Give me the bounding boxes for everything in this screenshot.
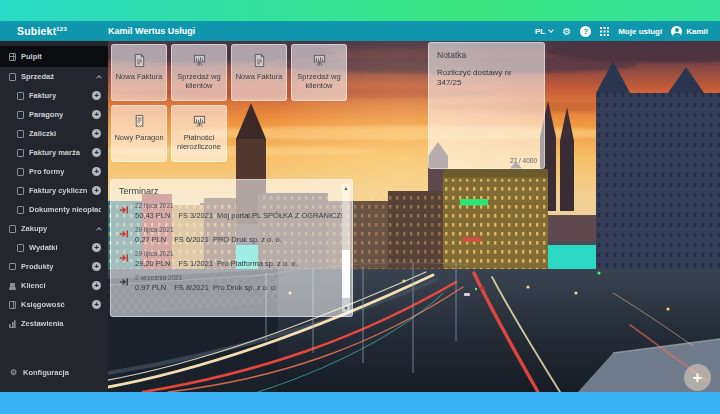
settings-gear-icon[interactable]: ⚙ (562, 26, 571, 37)
payment-arrow-icon (119, 277, 129, 287)
panel-title: Notatka (437, 50, 536, 60)
payment-arrow-icon (119, 229, 129, 239)
terminarz-entry[interactable]: 2 września 2021 0,97 PLNFS 8/2021Pro Dru… (119, 274, 338, 292)
entry-description: PRO Druk sp. z o. o. (213, 235, 282, 244)
entry-date: 29 lipca 2021 (135, 226, 343, 233)
plus-icon[interactable]: + (92, 91, 101, 100)
gear-icon: ⚙ (9, 368, 18, 377)
entry-doc-number: FS 1/2021 (178, 259, 213, 268)
sidebar-item-label: Dokumenty nieopłacone (29, 205, 101, 214)
entry-date: 22 lipca 2021 (135, 202, 343, 209)
sidebar-item-zestawienia[interactable]: Zestawienia (0, 314, 108, 333)
scroll-down-icon[interactable]: ▼ (344, 304, 349, 312)
note-text[interactable]: Rozliczyć dostawy nr 347/25 (437, 68, 536, 89)
document-icon (17, 149, 24, 157)
entry-date: 2 września 2021 (135, 274, 343, 281)
dashboard-icon (9, 53, 16, 61)
plus-icon[interactable]: + (92, 281, 101, 290)
plus-icon[interactable]: + (92, 167, 101, 176)
user-menu[interactable]: Kamil (671, 26, 708, 37)
sidebar-item-pro-formy[interactable]: Pro formy + (0, 162, 108, 181)
sidebar-item-zaliczki[interactable]: Zaliczki + (0, 124, 108, 143)
sidebar-item-faktury-marza[interactable]: Faktury marża + (0, 143, 108, 162)
user-name: Kamil (686, 27, 708, 36)
sidebar-item-label: Klienci (21, 281, 46, 290)
tile-platnosci-nierozliczone[interactable]: Płatności nierozliczone (171, 105, 227, 162)
terminarz-entry[interactable]: 29 lipca 2021 0,27 PLNFS 6/2021PRO Druk … (119, 226, 338, 244)
entry-amount: 0,27 PLN (135, 235, 166, 244)
app-logo[interactable]: Subiekt123 (0, 25, 108, 37)
sidebar-item-zakupy[interactable]: Zakupy (0, 219, 108, 238)
sidebar-item-label: Sprzedaż (21, 72, 54, 81)
purchases-icon (9, 225, 16, 233)
sidebar-item-pulpit[interactable]: Pulpit (0, 46, 108, 67)
document-icon (17, 111, 24, 119)
entry-description: Pro Druk sp. z o. o. (213, 283, 277, 292)
plus-icon[interactable]: + (92, 262, 101, 271)
entry-description: Mój portal.PL SPÓŁKA Z OGRANICZONĄ ODP..… (217, 211, 343, 220)
scrollbar-thumb[interactable] (342, 250, 350, 298)
document-icon (17, 130, 24, 138)
character-counter: 27 / 4000 (510, 157, 537, 164)
sidebar-item-wydatki[interactable]: Wydatki + (0, 238, 108, 257)
terminarz-scrollbar[interactable]: ▲ ▼ (342, 184, 350, 312)
help-icon[interactable]: ? (580, 26, 591, 37)
entry-doc-number: FS 6/2021 (174, 235, 209, 244)
tile-nowa-faktura[interactable]: Nowa Faktura (111, 44, 167, 101)
apps-grid-icon[interactable] (600, 27, 609, 36)
notatka-panel[interactable]: Notatka Rozliczyć dostawy nr 347/25 27 /… (428, 42, 545, 169)
language-selector[interactable]: PL (535, 27, 553, 36)
grid-dots (600, 27, 602, 29)
language-label: PL (535, 27, 545, 36)
panel-title: Terminarz (119, 186, 338, 196)
sidebar-item-sprzedaz[interactable]: Sprzedaż (0, 67, 108, 86)
document-icon (17, 187, 24, 195)
entry-body: 29 lipca 2021 29,20 PLNFS 1/2021Pro Plat… (135, 250, 343, 268)
sidebar-item-paragony[interactable]: Paragony + (0, 105, 108, 124)
terminarz-entry[interactable]: 29 lipca 2021 29,20 PLNFS 1/2021Pro Plat… (119, 250, 338, 268)
tile-sprzedaz-wg-klientow-2[interactable]: Sprzedaż wg klientów (291, 44, 347, 101)
chevron-up-icon (96, 75, 102, 81)
sidebar-item-label: Wydatki (29, 243, 58, 252)
entry-main: 0,97 PLNFS 8/2021Pro Druk sp. z o. o. (135, 283, 343, 292)
sidebar-item-label: Faktury cykliczne (29, 186, 87, 195)
plus-icon[interactable]: + (92, 129, 101, 138)
receipt-icon (132, 114, 147, 129)
tile-label: Sprzedaż wg klientów (292, 72, 346, 90)
plus-icon[interactable]: + (92, 186, 101, 195)
plus-icon[interactable]: + (92, 148, 101, 157)
sidebar-item-faktury[interactable]: Faktury + (0, 86, 108, 105)
chevron-down-icon (548, 27, 554, 33)
sidebar-item-produkty[interactable]: Produkty + (0, 257, 108, 276)
sidebar-item-faktury-cykliczne[interactable]: Faktury cykliczne + (0, 181, 108, 200)
my-services-link[interactable]: Moje usługi (618, 27, 662, 36)
entry-date: 29 lipca 2021 (135, 250, 343, 257)
sidebar-item-konfiguracja[interactable]: ⚙ Konfiguracja (0, 363, 108, 382)
document-icon (17, 92, 24, 100)
add-fab-button[interactable]: + (684, 364, 711, 391)
tile-nowy-paragon[interactable]: Nowy Paragon (111, 105, 167, 162)
tile-nowa-faktura-2[interactable]: Nowa Faktura (231, 44, 287, 101)
entry-amount: 0,97 PLN (135, 283, 166, 292)
plus-icon[interactable]: + (92, 300, 101, 309)
plus-icon[interactable]: + (92, 243, 101, 252)
terminarz-entry[interactable]: 22 lipca 2021 50,43 PLNFS 3/2021Mój port… (119, 202, 338, 220)
entry-doc-number: FS 8/2021 (174, 283, 209, 292)
scroll-up-icon[interactable]: ▲ (344, 184, 349, 192)
tile-label: Płatności nierozliczone (172, 133, 226, 151)
app-logo-sup: 123 (56, 26, 67, 32)
reports-icon (9, 320, 16, 328)
app-header: Subiekt123 Kamil Wertus Usługi PL ⚙ ? Mo… (0, 21, 720, 41)
sidebar-item-label: Faktury (29, 91, 56, 100)
sales-board-icon (192, 53, 207, 68)
tile-label: Nowa Faktura (114, 72, 165, 81)
clients-icon (9, 282, 16, 290)
sidebar-item-klienci[interactable]: Klienci + (0, 276, 108, 295)
tile-sprzedaz-wg-klientow[interactable]: Sprzedaż wg klientów (171, 44, 227, 101)
entry-main: 0,27 PLNFS 6/2021PRO Druk sp. z o. o. (135, 235, 343, 244)
top-gradient-strip (0, 0, 720, 21)
plus-icon[interactable]: + (92, 110, 101, 119)
tile-label: Sprzedaż wg klientów (172, 72, 226, 90)
sidebar-item-dokumenty-nieoplacone[interactable]: Dokumenty nieopłacone (0, 200, 108, 219)
sidebar-item-ksiegowosc[interactable]: Księgowość + (0, 295, 108, 314)
